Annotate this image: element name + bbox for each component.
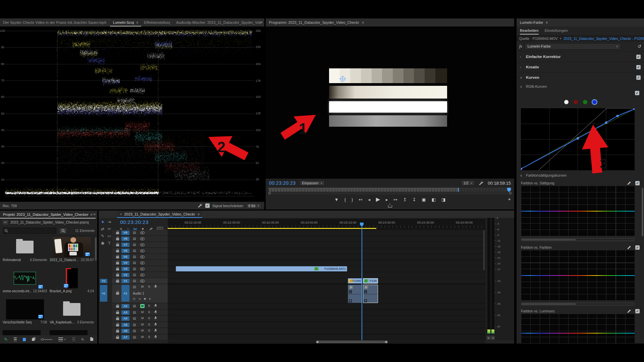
lock-icon[interactable] [116,232,119,234]
audio-lane-a5[interactable] [168,322,485,328]
kf-next-icon[interactable]: ▸ [149,297,151,300]
track-target-icon[interactable]: ▤ [133,255,136,259]
track-target-icon[interactable]: ▤ [133,231,136,235]
track-name-v8[interactable]: V8 [121,237,129,241]
tab-bearbeiten[interactable]: Bearbeiten [520,26,539,35]
audio-lane-a4[interactable] [168,316,485,322]
playback-resolution-dropdown[interactable]: 1/2∨ [461,180,475,186]
add-marker-button[interactable]: ▼ [334,197,339,202]
track-target-icon[interactable]: ▤ [133,273,136,277]
voiceover-record-icon[interactable] [154,310,157,314]
track-header-a7[interactable]: A7▤MS [112,335,168,341]
type-tool[interactable]: T [107,240,112,246]
project-tab[interactable]: Projekt: 2023_11_Datacolor_Spider_Video_… [0,210,96,219]
audio-lane-a1[interactable] [168,284,485,303]
lock-icon[interactable] [116,262,119,264]
track-name-a7[interactable]: A7 [121,335,129,340]
track-header-v1[interactable]: V1V1▤ [112,278,168,284]
scrub-zoom-handle-left[interactable] [268,192,271,194]
audio-lane-a6[interactable] [168,328,485,334]
icon-view-icon[interactable] [23,338,26,341]
toggle-track-output-icon[interactable] [140,249,145,252]
sequence-clip-link[interactable]: 2023_11_Datacolor_Spyder_Video_Checkr - … [564,37,644,41]
audio-lane-a2[interactable] [168,303,485,309]
bit-depth-dropdown[interactable]: 8 Bit∨ [246,203,262,208]
rgb-curves-label[interactable]: RGB-Kurven [526,84,547,88]
track-select-forward-tool[interactable]: ⇥ [107,219,112,225]
source-patch-v1[interactable]: V1 [100,279,107,283]
solo-left-button[interactable]: S [487,336,490,340]
project-item-bracket[interactable] [50,268,94,289]
curve-channel-blue[interactable] [592,100,597,104]
white-balance-target-icon[interactable] [340,76,345,81]
program-timecode[interactable]: 00:23:20:23 [269,180,296,186]
track-header-v4[interactable]: V4▤ [112,260,168,266]
toggle-track-output-icon[interactable] [140,243,145,246]
lock-icon[interactable] [116,274,119,277]
program-scrubber[interactable] [268,188,512,194]
voiceover-record-icon[interactable] [154,335,157,339]
track-header-a6[interactable]: A6▤MS [112,328,168,334]
curve-channel-white[interactable] [564,100,569,104]
toggle-track-output-icon[interactable] [140,261,145,264]
lift-button[interactable]: ↥ [403,197,407,202]
play-button[interactable]: ▶ [376,197,380,202]
track-target-icon[interactable]: ▤ [133,261,136,265]
panel-menu-icon[interactable]: ≡ [136,20,138,24]
fit-dropdown[interactable]: Einpassen∨ [300,180,325,186]
project-item-folder[interactable] [3,237,47,257]
rgb-curves-checkbox[interactable]: ✓ [635,91,639,95]
track-target-icon[interactable]: ▤ [133,329,136,333]
track-name-a5[interactable]: A5 [121,323,129,327]
track-name-v2[interactable]: V2 [121,273,129,277]
lock-icon[interactable] [116,244,119,246]
hue-saturation-curves-label[interactable]: Farbtonsättigungskurven [526,173,567,177]
extract-button[interactable]: ↧ [412,197,416,202]
source-patch-a1[interactable]: A1 [100,285,107,302]
curve-channel-red[interactable] [574,100,578,104]
step-back-button[interactable]: ◂ [368,197,370,202]
clip-v1-b[interactable]: fxP109 [363,278,378,284]
video-lane-v5[interactable] [168,254,485,260]
project-item-video[interactable] [50,237,94,257]
search-bin-icon[interactable] [60,228,66,233]
track-header-a2[interactable]: A2▤MS [112,303,168,309]
mute-button[interactable]: M [140,310,145,314]
project-item-sequence[interactable] [3,299,47,320]
export-frame-button[interactable]: ▣ [422,197,426,202]
lock-icon[interactable] [116,280,119,283]
effect-selector-dropdown[interactable]: Lumetri-Farbe∨ [525,43,621,50]
hue-curve-editor[interactable] [521,250,635,301]
hue-section-checkbox[interactable]: ✓ [635,245,640,250]
hue-section-checkbox[interactable]: ✓ [635,309,640,313]
track-name-v3[interactable]: V3 [121,267,129,271]
hue-range-scrollbar[interactable] [521,238,635,241]
track-target-icon[interactable]: ▤ [133,316,136,320]
track-name-v4[interactable]: V4 [121,261,129,265]
sort-icon[interactable] [58,338,63,341]
voiceover-record-icon[interactable] [154,285,157,289]
mute-button[interactable]: M [140,316,145,320]
timeline-horizontal-scrollbar[interactable] [168,341,485,343]
panel-menu-icon[interactable]: ≡ [91,213,93,217]
track-name-v7[interactable]: V7 [121,243,129,247]
curve-handle[interactable] [617,115,619,117]
hue-range-scrollbar[interactable] [521,303,635,305]
section-kurven[interactable]: ∨Kurven✓ [517,72,644,82]
source-clip-label[interactable]: Quelle · P1099943.MOV [519,37,557,41]
solo-button[interactable]: S [147,316,151,320]
track-name-v9[interactable]: V9 [121,231,129,235]
project-scrollbar[interactable] [95,237,97,261]
section-checkbox[interactable]: ✓ [636,65,641,69]
video-lane-v8[interactable] [168,236,485,242]
lock-icon[interactable] [116,292,119,295]
solo-right-button[interactable]: S [491,336,495,340]
clip-v3[interactable]: fxP1099948.MOV [176,266,347,272]
track-name-a6[interactable]: A6 [121,329,129,333]
curve-channel-green[interactable] [583,100,587,104]
signal-limit-checkbox[interactable]: ✓ [205,203,210,208]
curve-handle[interactable] [521,168,522,170]
lock-icon[interactable] [116,324,119,326]
lock-icon[interactable] [116,238,119,240]
lock-icon[interactable] [116,305,119,308]
